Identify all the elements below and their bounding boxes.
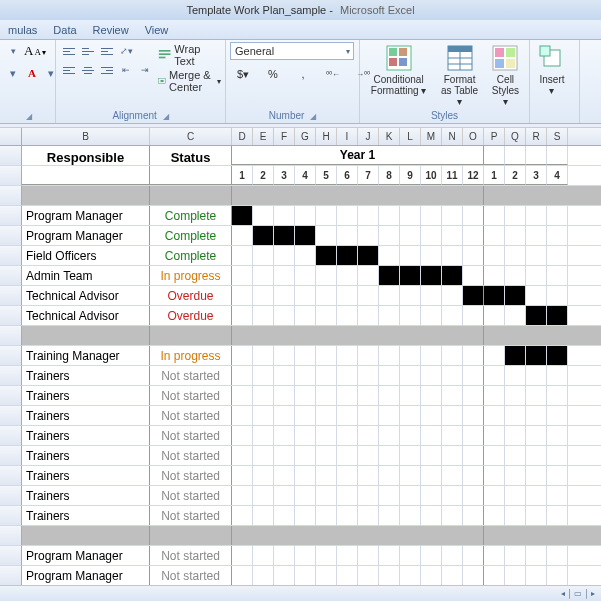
cell[interactable]	[253, 426, 274, 445]
cell[interactable]	[22, 186, 150, 205]
cell[interactable]	[358, 486, 379, 505]
cell[interactable]	[232, 226, 253, 245]
cell[interactable]	[484, 206, 505, 225]
ribbon-tab[interactable]: Review	[85, 21, 137, 39]
cell[interactable]	[442, 306, 463, 325]
cell[interactable]	[442, 546, 463, 565]
cell[interactable]	[253, 266, 274, 285]
cell[interactable]	[400, 226, 421, 245]
select-all-corner[interactable]	[0, 128, 22, 145]
cell[interactable]	[442, 246, 463, 265]
cell[interactable]	[337, 266, 358, 285]
cell[interactable]	[400, 486, 421, 505]
cell[interactable]	[442, 506, 463, 525]
cell[interactable]	[295, 206, 316, 225]
cell[interactable]	[379, 206, 400, 225]
column-header[interactable]: C	[150, 128, 232, 145]
cell[interactable]	[547, 426, 568, 445]
cell[interactable]	[547, 226, 568, 245]
cell[interactable]	[526, 246, 547, 265]
cell[interactable]: Not started	[150, 506, 232, 525]
cell[interactable]	[463, 346, 484, 365]
cell[interactable]	[505, 266, 526, 285]
cell[interactable]	[421, 406, 442, 425]
cell[interactable]	[295, 526, 316, 545]
header-status[interactable]: Status	[150, 146, 232, 165]
cell[interactable]	[274, 546, 295, 565]
cell[interactable]	[316, 466, 337, 485]
cell[interactable]	[505, 206, 526, 225]
cell[interactable]	[379, 506, 400, 525]
cell[interactable]	[316, 306, 337, 325]
row-header[interactable]	[0, 486, 22, 506]
column-header[interactable]: P	[484, 128, 505, 145]
cell[interactable]	[337, 486, 358, 505]
cell[interactable]	[232, 386, 253, 405]
cell[interactable]	[484, 386, 505, 405]
column-header[interactable]: R	[526, 128, 547, 145]
cell[interactable]	[358, 226, 379, 245]
cell[interactable]	[232, 406, 253, 425]
cell[interactable]	[505, 226, 526, 245]
cell[interactable]	[274, 346, 295, 365]
cell[interactable]	[274, 466, 295, 485]
cell[interactable]: Trainers	[22, 446, 150, 465]
ribbon-tab[interactable]: mulas	[0, 21, 45, 39]
cell[interactable]	[484, 366, 505, 385]
cell[interactable]	[484, 286, 505, 305]
alignment-launcher-icon[interactable]: ◢	[160, 112, 169, 121]
cell[interactable]	[484, 426, 505, 445]
row-header[interactable]	[0, 306, 22, 326]
row-header[interactable]	[0, 526, 22, 546]
cell[interactable]	[316, 486, 337, 505]
align-bottom-icon[interactable]	[98, 42, 116, 60]
cell[interactable]	[253, 546, 274, 565]
row-header[interactable]	[0, 286, 22, 306]
cell[interactable]: Program Manager	[22, 546, 150, 565]
cell[interactable]	[484, 246, 505, 265]
cell[interactable]	[295, 406, 316, 425]
cell[interactable]	[295, 246, 316, 265]
cell[interactable]	[421, 566, 442, 585]
cell[interactable]: 5	[316, 166, 337, 185]
cell[interactable]	[253, 226, 274, 245]
cell[interactable]	[400, 526, 421, 545]
cell[interactable]	[232, 546, 253, 565]
increase-decimal-button[interactable]: ⁰⁰←	[320, 64, 346, 84]
cell[interactable]	[400, 286, 421, 305]
cell[interactable]: Technical Advisor	[22, 306, 150, 325]
cell[interactable]: 8	[379, 166, 400, 185]
column-header[interactable]: D	[232, 128, 253, 145]
cell[interactable]	[526, 306, 547, 325]
cell[interactable]	[484, 526, 505, 545]
cell[interactable]	[379, 286, 400, 305]
cell[interactable]	[232, 206, 253, 225]
horizontal-scrollbar[interactable]: ◂ │ ▭ │ ▸	[0, 585, 601, 601]
cell[interactable]	[484, 546, 505, 565]
cell[interactable]	[253, 526, 274, 545]
cell[interactable]	[421, 426, 442, 445]
column-header[interactable]: I	[337, 128, 358, 145]
cell[interactable]	[358, 406, 379, 425]
cell[interactable]	[232, 346, 253, 365]
cell[interactable]	[358, 306, 379, 325]
cell[interactable]	[358, 246, 379, 265]
cell[interactable]	[526, 546, 547, 565]
cell[interactable]	[421, 526, 442, 545]
cell[interactable]	[274, 426, 295, 445]
cell[interactable]	[232, 486, 253, 505]
cell[interactable]	[421, 206, 442, 225]
cell[interactable]	[547, 246, 568, 265]
cell[interactable]	[150, 166, 232, 185]
format-as-table-button[interactable]: Format as Table ▾	[433, 42, 486, 109]
column-header[interactable]: G	[295, 128, 316, 145]
cell[interactable]	[379, 546, 400, 565]
cell-styles-button[interactable]: Cell Styles ▾	[486, 42, 525, 109]
cell[interactable]	[421, 366, 442, 385]
cell[interactable]	[442, 426, 463, 445]
cell[interactable]	[400, 206, 421, 225]
cell[interactable]	[358, 346, 379, 365]
cell[interactable]	[421, 186, 442, 205]
cell[interactable]	[379, 326, 400, 345]
cell[interactable]	[400, 546, 421, 565]
